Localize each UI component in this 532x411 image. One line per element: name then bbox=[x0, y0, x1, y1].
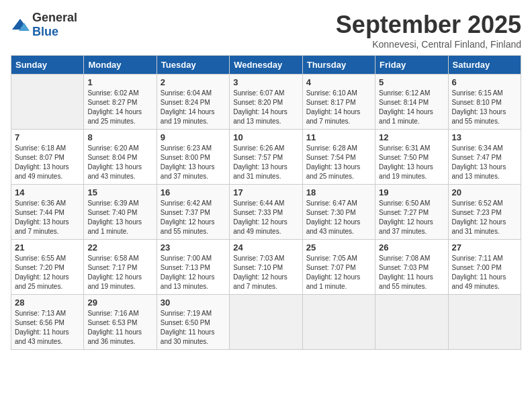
day-info: Sunrise: 6:50 AMSunset: 7:27 PMDaylight:… bbox=[379, 199, 444, 236]
day-info: Sunrise: 7:16 AMSunset: 6:53 PMDaylight:… bbox=[87, 309, 152, 347]
day-info: Sunrise: 6:02 AMSunset: 8:27 PMDaylight:… bbox=[87, 89, 152, 126]
day-cell bbox=[230, 295, 302, 350]
day-cell: 8Sunrise: 6:20 AMSunset: 8:04 PMDaylight… bbox=[84, 130, 157, 185]
day-cell: 2Sunrise: 6:04 AMSunset: 8:24 PMDaylight… bbox=[157, 75, 229, 130]
month-title: September 2025 bbox=[336, 11, 521, 39]
day-cell: 12Sunrise: 6:31 AMSunset: 7:50 PMDayligh… bbox=[375, 130, 448, 185]
day-cell: 28Sunrise: 7:13 AMSunset: 6:56 PMDayligh… bbox=[11, 295, 84, 350]
day-cell bbox=[375, 295, 448, 350]
day-cell: 30Sunrise: 7:19 AMSunset: 6:50 PMDayligh… bbox=[157, 295, 229, 350]
day-number: 29 bbox=[87, 298, 152, 308]
day-number: 17 bbox=[233, 187, 298, 197]
day-number: 6 bbox=[452, 77, 517, 87]
title-section: September 2025 Konnevesi, Central Finlan… bbox=[336, 11, 521, 50]
day-cell: 4Sunrise: 6:10 AMSunset: 8:17 PMDaylight… bbox=[302, 75, 375, 130]
day-info: Sunrise: 7:00 AMSunset: 7:13 PMDaylight:… bbox=[161, 254, 226, 291]
day-number: 22 bbox=[87, 242, 152, 253]
page-header: General Blue September 2025 Konnevesi, C… bbox=[11, 11, 521, 50]
day-header-friday: Friday bbox=[375, 56, 448, 75]
calendar-table: SundayMondayTuesdayWednesdayThursdayFrid… bbox=[11, 55, 521, 350]
day-number: 16 bbox=[161, 187, 226, 197]
day-cell: 7Sunrise: 6:18 AMSunset: 8:07 PMDaylight… bbox=[11, 130, 84, 185]
day-number: 18 bbox=[306, 187, 371, 197]
day-number: 30 bbox=[161, 298, 226, 308]
day-number: 21 bbox=[15, 242, 80, 253]
week-row-1: 1Sunrise: 6:02 AMSunset: 8:27 PMDaylight… bbox=[11, 75, 521, 130]
day-info: Sunrise: 6:47 AMSunset: 7:30 PMDaylight:… bbox=[306, 199, 371, 236]
day-info: Sunrise: 7:11 AMSunset: 7:00 PMDaylight:… bbox=[452, 254, 517, 291]
week-row-2: 7Sunrise: 6:18 AMSunset: 8:07 PMDaylight… bbox=[11, 130, 521, 185]
day-cell: 15Sunrise: 6:39 AMSunset: 7:40 PMDayligh… bbox=[84, 185, 157, 240]
day-number: 20 bbox=[452, 187, 517, 197]
day-header-monday: Monday bbox=[84, 56, 157, 75]
day-info: Sunrise: 6:20 AMSunset: 8:04 PMDaylight:… bbox=[87, 144, 152, 181]
day-number: 5 bbox=[379, 77, 444, 87]
day-number: 11 bbox=[306, 132, 371, 142]
day-number: 9 bbox=[161, 132, 226, 142]
day-info: Sunrise: 6:23 AMSunset: 8:00 PMDaylight:… bbox=[161, 144, 226, 181]
logo-general-text: General bbox=[32, 11, 77, 24]
day-number: 15 bbox=[87, 187, 152, 197]
day-cell: 25Sunrise: 7:05 AMSunset: 7:07 PMDayligh… bbox=[302, 240, 375, 295]
day-cell: 9Sunrise: 6:23 AMSunset: 8:00 PMDaylight… bbox=[157, 130, 229, 185]
day-cell: 22Sunrise: 6:58 AMSunset: 7:17 PMDayligh… bbox=[84, 240, 157, 295]
day-cell: 11Sunrise: 6:28 AMSunset: 7:54 PMDayligh… bbox=[302, 130, 375, 185]
day-cell: 17Sunrise: 6:44 AMSunset: 7:33 PMDayligh… bbox=[230, 185, 302, 240]
day-info: Sunrise: 6:07 AMSunset: 8:20 PMDaylight:… bbox=[233, 89, 298, 126]
day-cell: 5Sunrise: 6:12 AMSunset: 8:14 PMDaylight… bbox=[375, 75, 448, 130]
day-cell: 21Sunrise: 6:55 AMSunset: 7:20 PMDayligh… bbox=[11, 240, 84, 295]
day-info: Sunrise: 6:34 AMSunset: 7:47 PMDaylight:… bbox=[452, 144, 517, 181]
day-info: Sunrise: 6:26 AMSunset: 7:57 PMDaylight:… bbox=[233, 144, 298, 181]
day-info: Sunrise: 7:13 AMSunset: 6:56 PMDaylight:… bbox=[15, 309, 80, 347]
day-cell bbox=[11, 75, 84, 130]
day-cell: 19Sunrise: 6:50 AMSunset: 7:27 PMDayligh… bbox=[375, 185, 448, 240]
day-number: 14 bbox=[15, 187, 80, 197]
day-info: Sunrise: 7:05 AMSunset: 7:07 PMDaylight:… bbox=[306, 254, 371, 291]
day-number: 13 bbox=[452, 132, 517, 142]
week-row-4: 21Sunrise: 6:55 AMSunset: 7:20 PMDayligh… bbox=[11, 240, 521, 295]
calendar-body: 1Sunrise: 6:02 AMSunset: 8:27 PMDaylight… bbox=[11, 75, 521, 350]
day-number: 1 bbox=[87, 77, 152, 87]
day-info: Sunrise: 6:28 AMSunset: 7:54 PMDaylight:… bbox=[306, 144, 371, 181]
day-cell: 29Sunrise: 7:16 AMSunset: 6:53 PMDayligh… bbox=[84, 295, 157, 350]
day-info: Sunrise: 6:58 AMSunset: 7:17 PMDaylight:… bbox=[87, 254, 152, 291]
day-number: 8 bbox=[87, 132, 152, 142]
day-number: 12 bbox=[379, 132, 444, 142]
day-number: 7 bbox=[15, 132, 80, 142]
day-cell: 13Sunrise: 6:34 AMSunset: 7:47 PMDayligh… bbox=[448, 130, 521, 185]
day-number: 3 bbox=[233, 77, 298, 87]
day-info: Sunrise: 6:44 AMSunset: 7:33 PMDaylight:… bbox=[233, 199, 298, 236]
location-title: Konnevesi, Central Finland, Finland bbox=[336, 39, 521, 50]
day-info: Sunrise: 6:39 AMSunset: 7:40 PMDaylight:… bbox=[87, 199, 152, 236]
day-cell: 1Sunrise: 6:02 AMSunset: 8:27 PMDaylight… bbox=[84, 75, 157, 130]
day-number: 19 bbox=[379, 187, 444, 197]
logo: General Blue bbox=[11, 11, 77, 39]
week-row-5: 28Sunrise: 7:13 AMSunset: 6:56 PMDayligh… bbox=[11, 295, 521, 350]
day-number: 4 bbox=[306, 77, 371, 87]
day-cell: 16Sunrise: 6:42 AMSunset: 7:37 PMDayligh… bbox=[157, 185, 229, 240]
day-cell: 23Sunrise: 7:00 AMSunset: 7:13 PMDayligh… bbox=[157, 240, 229, 295]
day-info: Sunrise: 6:15 AMSunset: 8:10 PMDaylight:… bbox=[452, 89, 517, 126]
day-number: 26 bbox=[379, 242, 444, 253]
day-header-thursday: Thursday bbox=[302, 56, 375, 75]
day-cell: 18Sunrise: 6:47 AMSunset: 7:30 PMDayligh… bbox=[302, 185, 375, 240]
day-number: 25 bbox=[306, 242, 371, 253]
day-info: Sunrise: 7:08 AMSunset: 7:03 PMDaylight:… bbox=[379, 254, 444, 291]
day-number: 2 bbox=[161, 77, 226, 87]
day-cell: 3Sunrise: 6:07 AMSunset: 8:20 PMDaylight… bbox=[230, 75, 302, 130]
day-info: Sunrise: 6:31 AMSunset: 7:50 PMDaylight:… bbox=[379, 144, 444, 181]
day-cell bbox=[302, 295, 375, 350]
day-info: Sunrise: 6:55 AMSunset: 7:20 PMDaylight:… bbox=[15, 254, 80, 291]
day-number: 10 bbox=[233, 132, 298, 142]
day-cell: 26Sunrise: 7:08 AMSunset: 7:03 PMDayligh… bbox=[375, 240, 448, 295]
day-number: 28 bbox=[15, 298, 80, 308]
day-info: Sunrise: 6:10 AMSunset: 8:17 PMDaylight:… bbox=[306, 89, 371, 126]
day-number: 24 bbox=[233, 242, 298, 253]
day-header-wednesday: Wednesday bbox=[230, 56, 302, 75]
day-cell: 20Sunrise: 6:52 AMSunset: 7:23 PMDayligh… bbox=[448, 185, 521, 240]
day-cell: 10Sunrise: 6:26 AMSunset: 7:57 PMDayligh… bbox=[230, 130, 302, 185]
day-cell bbox=[448, 295, 521, 350]
day-cell: 27Sunrise: 7:11 AMSunset: 7:00 PMDayligh… bbox=[448, 240, 521, 295]
day-info: Sunrise: 6:12 AMSunset: 8:14 PMDaylight:… bbox=[379, 89, 444, 126]
day-header-saturday: Saturday bbox=[448, 56, 521, 75]
